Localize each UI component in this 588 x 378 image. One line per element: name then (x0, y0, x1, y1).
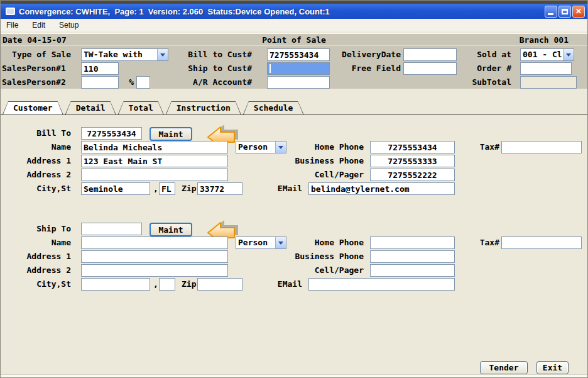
type-of-sale-select[interactable]: TW-Take with (81, 48, 168, 61)
ship-zip-input[interactable] (197, 278, 242, 291)
maximize-icon (562, 9, 568, 14)
bill-person-value: Person (236, 142, 275, 153)
bill-email-label: EMail (271, 182, 302, 195)
page-title: Point of Sale (1, 34, 587, 47)
bill-city-st-label: City,St (1, 182, 71, 195)
percent-input[interactable] (136, 76, 150, 89)
ship-name-input[interactable] (81, 236, 228, 249)
sold-at-dropdown-arrow-icon[interactable] (563, 49, 574, 60)
ship-tax-input[interactable] (501, 236, 582, 249)
ship-address2-label: Address 2 (1, 264, 71, 277)
order-num-label: Order # (462, 62, 511, 75)
bill-cell-pager-label: Cell/Pager (277, 169, 364, 181)
sold-at-select[interactable]: 001 - Cl (520, 48, 574, 61)
tab-customer[interactable]: Customer (3, 101, 63, 114)
titlebar: Convergence: CWHITE, Page: 1 Version: 2.… (1, 4, 587, 19)
order-header-band: Date 04-15-07 Point of Sale Branch 001 T… (1, 33, 587, 89)
tab-total[interactable]: Total (118, 101, 164, 114)
ship-email-input[interactable] (308, 278, 455, 291)
bill-address2-input[interactable] (81, 169, 228, 181)
bill-home-phone-input[interactable] (370, 141, 455, 153)
tab-bar: Customer Detail Total Instruction Schedu… (1, 101, 587, 115)
ship-cell-pager-label: Cell/Pager (277, 264, 364, 277)
menu-edit[interactable]: Edit (32, 21, 45, 30)
bottom-edge-strip (1, 374, 587, 378)
ship-comma-label: , (153, 278, 158, 291)
ship-to-cust-field[interactable] (81, 223, 142, 235)
ship-business-phone-label: Business Phone (277, 250, 364, 263)
ship-business-phone-input[interactable] (370, 250, 455, 263)
delivery-date-input[interactable] (403, 48, 457, 61)
type-of-sale-dropdown-arrow-icon[interactable] (157, 49, 168, 60)
bill-comma-label: , (153, 182, 158, 195)
salesperson2-label: SalesPerson#2 (2, 76, 66, 89)
bill-name-input[interactable] (81, 141, 228, 153)
branch-label: Branch 001 (520, 34, 569, 47)
exit-button[interactable]: Exit (536, 361, 569, 374)
ar-account-input[interactable] (267, 76, 330, 89)
subtotal-label: SubTotal (462, 76, 511, 89)
ar-account-label: A/R Account# (180, 76, 252, 89)
ship-state-input[interactable] (159, 278, 175, 291)
ship-to-cust-input[interactable] (267, 62, 330, 75)
ship-city-input[interactable] (81, 278, 150, 291)
window-title: Convergence: CWHITE, Page: 1 Version: 2.… (19, 7, 545, 16)
ship-address1-input[interactable] (81, 250, 228, 263)
sold-at-label: Sold at (462, 48, 511, 61)
percent-label: % (125, 76, 134, 89)
tab-detail[interactable]: Detail (65, 101, 116, 114)
sold-at-value: 001 - Cl (521, 49, 563, 60)
ship-tax-label: Tax# (473, 236, 499, 249)
maximize-button[interactable] (558, 6, 571, 18)
ship-home-phone-input[interactable] (370, 236, 455, 249)
ship-to-label: Ship To (1, 223, 71, 235)
menu-file[interactable]: File (6, 21, 18, 30)
bill-to-cust-field[interactable] (81, 127, 142, 140)
bill-home-phone-label: Home Phone (277, 141, 364, 153)
ship-cell-pager-input[interactable] (370, 264, 455, 277)
tab-schedule[interactable]: Schedule (243, 101, 304, 114)
app-window: Convergence: CWHITE, Page: 1 Version: 2.… (0, 0, 588, 378)
menu-setup[interactable]: Setup (59, 21, 79, 30)
bill-cell-pager-input[interactable] (370, 169, 455, 181)
bill-to-cust-label: Bill to Cust# (180, 48, 252, 61)
ship-home-phone-label: Home Phone (277, 236, 364, 249)
bill-zip-input[interactable] (197, 182, 242, 195)
close-button[interactable]: ✕ (572, 6, 585, 18)
ship-email-label: EMail (271, 278, 302, 291)
bill-to-maint-button[interactable]: Maint (150, 127, 192, 141)
ship-name-label: Name (1, 236, 71, 249)
order-num-input[interactable] (520, 62, 572, 75)
bill-business-phone-input[interactable] (370, 155, 455, 167)
menu-bar: File Edit Setup (1, 19, 587, 31)
minimize-button[interactable] (545, 6, 557, 18)
salesperson1-input[interactable] (81, 62, 119, 75)
bill-address2-label: Address 2 (1, 169, 71, 181)
type-of-sale-value: TW-Take with (82, 49, 157, 60)
ship-to-maint-button[interactable]: Maint (150, 223, 192, 236)
salesperson2-input[interactable] (81, 76, 119, 89)
bill-to-cust-input[interactable] (267, 48, 330, 61)
ship-to-cust-label: Ship to Cust# (180, 62, 252, 75)
ship-zip-label: Zip (182, 278, 197, 291)
app-icon (6, 8, 15, 15)
bill-tax-label: Tax# (473, 141, 499, 153)
tab-instruction[interactable]: Instruction (166, 101, 241, 114)
bill-tax-input[interactable] (501, 141, 582, 153)
subtotal-field (520, 76, 577, 89)
free-field-input[interactable] (403, 62, 457, 75)
tender-button[interactable]: Tender (480, 361, 528, 374)
ship-address2-input[interactable] (81, 264, 228, 277)
bill-state-input[interactable] (159, 182, 175, 195)
minimize-icon (548, 13, 553, 15)
bill-address1-input[interactable] (81, 155, 228, 167)
bill-email-input[interactable] (308, 182, 455, 195)
salesperson1-label: SalesPerson#1 (2, 62, 66, 75)
bill-zip-label: Zip (182, 182, 197, 195)
type-of-sale-label: Type of Sale (1, 48, 71, 61)
bill-address1-label: Address 1 (1, 155, 71, 167)
tab-baseline (1, 114, 587, 115)
bill-city-input[interactable] (81, 182, 150, 195)
bill-business-phone-label: Business Phone (277, 155, 364, 167)
bill-to-label: Bill To (1, 127, 71, 140)
